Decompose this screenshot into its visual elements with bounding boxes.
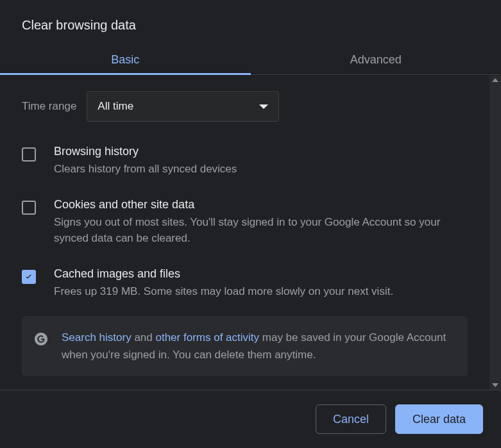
other-activity-link[interactable]: other forms of activity xyxy=(155,331,259,344)
clear-data-button[interactable]: Clear data xyxy=(395,404,483,434)
info-text: Search history and other forms of activi… xyxy=(62,329,456,363)
checkbox-cookies[interactable] xyxy=(22,201,36,215)
time-range-label: Time range xyxy=(22,100,76,113)
dialog-content: Time range All time Browsing history Cle… xyxy=(0,76,489,390)
option-browsing-history: Browsing history Clears history from all… xyxy=(0,135,489,188)
chevron-down-icon xyxy=(259,104,268,109)
clear-browsing-data-dialog: Clear browsing data Basic Advanced Time … xyxy=(0,0,501,448)
cancel-button[interactable]: Cancel xyxy=(316,404,386,434)
scrollbar[interactable] xyxy=(489,76,501,390)
dialog-title: Clear browsing data xyxy=(0,0,501,46)
dialog-footer: Cancel Clear data xyxy=(0,390,501,448)
option-cached: Cached images and files Frees up 319 MB.… xyxy=(0,257,489,310)
option-title: Cached images and files xyxy=(54,267,468,281)
option-cookies: Cookies and other site data Signs you ou… xyxy=(0,188,489,257)
google-icon xyxy=(33,331,49,347)
tab-bar: Basic Advanced xyxy=(0,46,501,75)
google-account-info: Search history and other forms of activi… xyxy=(22,316,468,376)
option-desc: Signs you out of most sites. You'll stay… xyxy=(54,214,468,247)
checkbox-browsing-history[interactable] xyxy=(22,147,36,162)
option-desc: Frees up 319 MB. Some sites may load mor… xyxy=(54,283,468,300)
tab-basic-label: Basic xyxy=(111,53,139,66)
option-title: Browsing history xyxy=(54,145,468,158)
time-range-value: All time xyxy=(98,100,133,113)
option-desc: Clears history from all synced devices xyxy=(54,161,468,178)
scroll-down-icon xyxy=(492,383,498,387)
search-history-link[interactable]: Search history xyxy=(62,331,132,344)
tab-advanced[interactable]: Advanced xyxy=(251,46,502,75)
checkbox-cached[interactable] xyxy=(22,270,36,284)
checkmark-icon xyxy=(24,272,34,282)
scroll-up-icon xyxy=(492,78,498,82)
option-title: Cookies and other site data xyxy=(54,198,468,212)
tab-basic[interactable]: Basic xyxy=(0,46,251,75)
time-range-select[interactable]: All time xyxy=(87,91,279,122)
tab-advanced-label: Advanced xyxy=(350,53,402,66)
